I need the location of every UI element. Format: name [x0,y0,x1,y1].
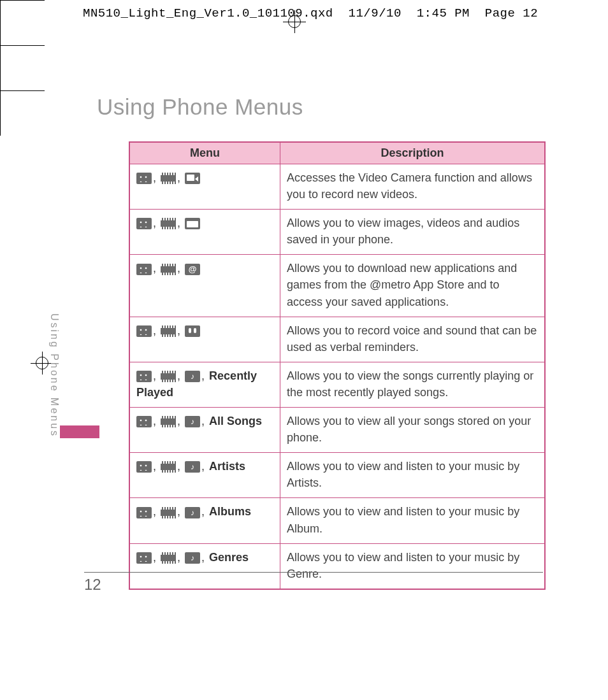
table-row: , , , AlbumsAllows you to view and liste… [130,498,544,543]
side-tab-accent [60,425,99,438]
crop-mark [0,45,45,46]
film-icon [161,218,176,229]
separator: , [177,551,180,564]
menu-cell: , , , All Songs [130,408,280,453]
separator: , [177,460,180,473]
description-cell: Allows you to record voice and sound tha… [280,317,545,362]
note-icon [185,416,200,427]
menu-entry-label: Albums [209,505,251,518]
page-content: Using Phone Menus Using Phone Menus Menu… [68,59,571,670]
crop-mark [0,0,45,1]
film-icon [161,371,176,382]
separator: , [201,460,205,473]
description-cell: Allows you to view the songs currently p… [280,362,545,407]
menu-entry-label: Artists [209,460,245,473]
separator: , [177,505,180,518]
crop-mark [0,1,1,45]
separator: , [153,171,156,184]
description-cell: Allows you to view images, videos and au… [280,210,545,255]
menu-cell: , , , Genres [130,543,280,589]
crop-mark [0,91,1,136]
separator: , [177,415,180,427]
table-row: , , Accesses the Video Camera function a… [130,164,544,210]
col-header-menu: Menu [130,143,280,164]
separator: , [177,369,180,382]
page-number: 12 [84,576,101,594]
crop-mark [0,90,45,91]
note-icon [185,507,200,518]
separator: , [201,415,205,427]
menu-cell: , , , Artists [130,453,280,498]
table-row: , , Allows you to download new applicati… [130,255,544,317]
menu-cell: , , [130,317,280,362]
film-icon [161,552,176,564]
film-icon [161,507,176,518]
film-icon [161,264,176,275]
film-icon [161,325,176,337]
col-header-description: Description [280,143,545,164]
separator: , [153,217,156,229]
film-icon [161,461,176,473]
table-row: , , , All SongsAllows you to view all yo… [130,408,544,453]
grid-icon [136,371,152,382]
grid-icon [136,461,152,473]
section-title: Using Phone Menus [97,94,303,120]
side-tab: Using Phone Menus [48,313,60,438]
menu-cell: , , [130,164,280,210]
note-icon [185,552,200,564]
menu-cell: , , , Recently Played [130,362,280,407]
side-tab-label: Using Phone Menus [49,313,60,438]
separator: , [153,505,156,518]
film-icon [161,416,176,427]
separator: , [153,460,156,473]
note-icon [185,371,200,382]
grid-icon [136,173,152,184]
separator: , [177,262,180,275]
separator: , [201,551,205,564]
grid-icon [136,552,152,564]
film-icon [161,173,176,184]
separator: , [153,415,156,427]
crop-mark [0,46,1,90]
table-row: , , , Recently PlayedAllows you to view … [130,362,544,407]
separator: , [153,551,156,564]
table-row: , , Allows you to record voice and sound… [130,317,544,362]
table-row: , , , ArtistsAllows you to view and list… [130,453,544,498]
description-cell: Allows you to view and listen to your mu… [280,498,545,543]
folder-icon [185,218,200,229]
description-cell: Allows you to view all your songs stored… [280,408,545,453]
description-cell: Allows you to download new applications … [280,255,545,317]
separator: , [177,171,180,184]
menu-cell: , , , Albums [130,498,280,543]
grid-icon [136,218,152,229]
separator: , [153,369,156,382]
separator: , [177,324,180,337]
note-icon [185,461,200,473]
description-cell: Allows you to view and listen to your mu… [280,453,545,498]
separator: , [201,505,205,518]
description-cell: Accesses the Video Camera function and a… [280,164,545,210]
grid-icon [136,507,152,518]
separator: , [153,262,156,275]
voice-icon [185,325,200,337]
table-row: , , Allows you to view images, videos an… [130,210,544,255]
page-rule [84,572,543,573]
grid-icon [136,416,152,427]
separator: , [153,324,156,337]
menu-entry-label: Genres [209,551,249,564]
table-row: , , , GenresAllows you to view and liste… [130,543,544,589]
separator: , [201,369,205,382]
print-proof-header: MN510_Light_Eng_Ver1.0_101109.qxd 11/9/1… [83,6,589,20]
grid-icon [136,264,152,275]
menu-table: Menu Description , , Accesses the Video … [129,141,546,590]
separator: , [177,217,180,229]
description-cell: Allows you to view and listen to your mu… [280,543,545,589]
menu-cell: , , [130,210,280,255]
menu-entry-label: All Songs [209,415,262,427]
cam-icon [185,173,200,184]
at-icon [185,264,200,275]
menu-cell: , , [130,255,280,317]
grid-icon [136,325,152,337]
